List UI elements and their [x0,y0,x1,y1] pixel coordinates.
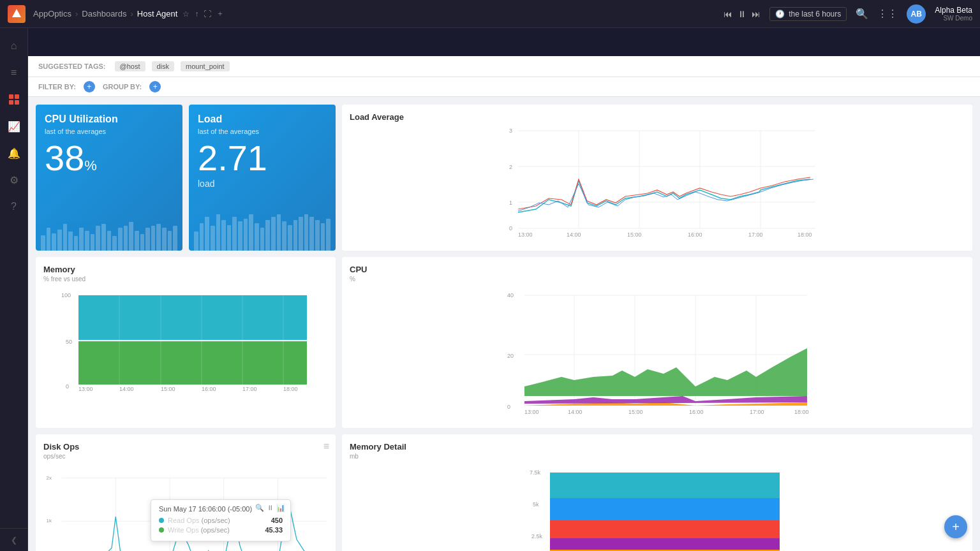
svg-marker-0 [12,9,21,17]
disk-ops-title: Disk Ops [43,442,328,452]
sidebar-item-alerts[interactable]: 🔔 [3,142,26,165]
svg-text:13:00: 13:00 [78,386,93,392]
read-ops-value: 450 [271,517,283,524]
nav-right: ⏮ ⏸ ⏭ 🕐 the last 6 hours 🔍 ⋮⋮ AB Alpha B… [724,4,972,24]
svg-text:17:00: 17:00 [750,409,764,415]
svg-text:1: 1 [509,200,512,206]
svg-text:40: 40 [507,292,514,298]
svg-text:18:00: 18:00 [798,231,812,238]
add-widget-icon[interactable]: ＋ [216,8,224,19]
sidebar: ⌂ ≡ 📈 🔔 ⚙ ? ❮ [0,28,28,551]
sidebar-item-analytics[interactable]: 📈 [3,115,26,138]
playback-controls: ⏮ ⏸ ⏭ [724,9,761,19]
tag-host[interactable]: @host [115,61,145,71]
add-filter-button[interactable]: + [84,81,95,92]
load-card-title: Load [198,114,327,125]
memory-detail-subtitle: mb [350,453,965,460]
sidebar-item-dashboard[interactable] [3,88,26,111]
cpu-chart-panel: CPU % 40 20 0 [342,257,972,428]
svg-marker-52 [524,348,807,396]
breadcrumb-current: Host Agent [137,9,178,18]
tooltip-bar-icon[interactable]: 📊 [276,504,285,512]
svg-text:16:00: 16:00 [689,409,704,415]
breadcrumb-appoptics[interactable]: AppOptics [33,9,71,18]
svg-rect-1 [9,94,13,99]
tag-disk[interactable]: disk [152,61,175,71]
share-icon[interactable]: ↑ [195,10,198,18]
read-ops-unit: (ops/sec) [202,517,230,524]
svg-text:5k: 5k [533,501,539,508]
main-content: SUGGESTED TAGS: @host disk mount_point F… [28,56,980,551]
add-dashboard-button[interactable]: + [944,515,967,538]
memory-panel: Memory % free vs used 100 50 0 13:00 14:… [36,257,336,428]
svg-text:18:00: 18:00 [794,409,809,415]
write-ops-unit: (ops/sec) [201,526,230,534]
app-logo [8,5,26,23]
pause-button[interactable]: ⏸ [738,9,746,19]
svg-text:100: 100 [61,292,71,298]
svg-rect-26 [78,295,307,340]
sidebar-item-settings[interactable]: ⚙ [3,168,26,191]
svg-text:14:00: 14:00 [567,231,581,238]
svg-marker-51 [524,396,807,404]
disk-ops-menu-icon[interactable]: ≡ [323,441,329,452]
cpu-mini-bars [36,212,182,251]
load-average-title: Load Average [350,112,965,122]
load-card: Load last of the averages 2.71 load [189,105,336,251]
clock-icon: 🕐 [775,10,785,18]
svg-text:7.5k: 7.5k [530,469,541,476]
rewind-button[interactable]: ⏮ [724,9,732,19]
breadcrumb-dashboards[interactable]: Dashboards [82,9,126,18]
load-card-subtitle: last of the averages [198,128,327,135]
favorite-star-icon[interactable]: ☆ [182,10,189,18]
write-ops-label: Write Ops [168,526,199,534]
cpu-chart-subtitle: % [350,276,965,283]
add-group-button[interactable]: + [149,81,161,92]
tooltip-zoom-icon[interactable]: 🔍 [255,504,264,512]
load-average-panel: Load Average 3 2 1 0 [342,105,972,251]
svg-text:16:00: 16:00 [688,231,702,238]
svg-text:15:00: 15:00 [627,231,642,238]
suggested-tags-label: SUGGESTED TAGS: [38,62,106,70]
top-navigation: AppOptics › Dashboards › Host Agent ☆ ↑ … [0,0,980,28]
dashboard-grid: CPU Utilization last of the averages 38% [28,97,980,551]
filter-by-label: FILTER BY: [38,83,76,91]
svg-text:15:00: 15:00 [628,409,643,415]
memory-title: Memory [43,265,328,274]
svg-text:17:00: 17:00 [242,386,257,392]
write-ops-dot [159,527,164,533]
read-ops-dot [159,518,164,523]
search-button[interactable]: 🔍 [856,8,868,20]
svg-text:20: 20 [507,353,514,359]
cpu-chart-title: CPU [350,265,965,274]
tooltip-pause-icon[interactable]: ⏸ [267,504,274,512]
svg-text:16:00: 16:00 [202,386,216,392]
svg-text:14:00: 14:00 [119,386,134,392]
sidebar-item-help[interactable]: ? [3,195,26,218]
svg-text:0: 0 [509,225,512,231]
svg-text:50: 50 [66,339,72,345]
time-range-selector[interactable]: 🕐 the last 6 hours [769,7,847,21]
sidebar-collapse-button[interactable]: ❮ [0,528,28,551]
memory-chart: 100 50 0 13:00 14:00 15:00 16:00 17:00 1… [43,288,328,393]
read-ops-label: Read Ops [168,517,200,524]
memory-detail-chart: 7.5k 5k 2.5k 0 [350,465,965,551]
forward-button[interactable]: ⏭ [752,9,761,19]
cpu-utilization-card: CPU Utilization last of the averages 38% [36,105,182,251]
sidebar-item-list[interactable]: ≡ [3,61,26,84]
svg-text:2.5k: 2.5k [531,533,543,540]
sidebar-item-home[interactable]: ⌂ [3,34,26,57]
filter-bar: FILTER BY: + GROUP BY: + [28,77,980,97]
fullscreen-icon[interactable]: ⛶ [204,10,211,18]
load-card-unit: load [198,179,327,189]
cpu-card-subtitle: last of the averages [45,128,174,135]
svg-text:0: 0 [66,383,69,390]
tooltip-icons: 🔍 ⏸ 📊 [255,504,285,512]
tag-mount-point[interactable]: mount_point [181,61,230,71]
svg-rect-4 [15,100,19,105]
tooltip-row-write: Write Ops (ops/sec) 45.33 [159,526,283,534]
grid-menu-button[interactable]: ⋮⋮ [877,8,898,20]
time-range-label: the last 6 hours [789,10,841,18]
cpu-chart: 40 20 0 13:00 14:00 [350,288,965,418]
group-by-label: GROUP BY: [103,83,142,91]
